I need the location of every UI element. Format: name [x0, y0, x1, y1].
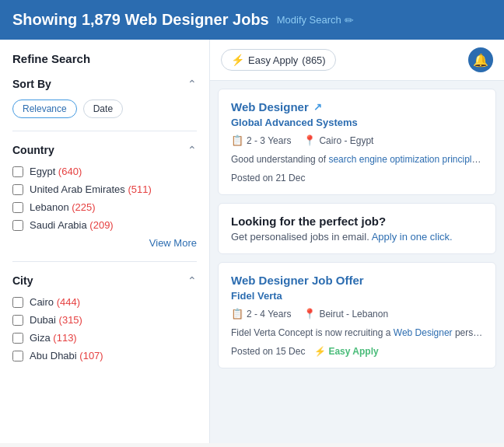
sort-by-chevron-icon: ⌃ [187, 78, 197, 90]
modify-search-label: Modify Search [277, 14, 341, 26]
pencil-icon: ✏ [345, 14, 354, 26]
country-label: Country [12, 144, 54, 156]
city-giza-label: Giza (113) [30, 332, 77, 344]
promo-description: Get personalised jobs in email. Apply in… [231, 231, 483, 243]
job-description-1: Good understanding of search engine opti… [231, 152, 483, 166]
location-icon-1: 📍 [303, 134, 316, 146]
country-view-more-link[interactable]: View More [12, 237, 197, 249]
country-header: Country ⌃ [12, 144, 197, 156]
sidebar: Refine Search Sort By ⌃ Relevance Date C… [0, 40, 210, 443]
promo-title: Looking for the perfect job? [231, 215, 483, 228]
job-footer-2: Posted on 15 Dec ⚡ Easy Apply [231, 346, 483, 357]
sort-date-button[interactable]: Date [83, 100, 123, 118]
city-giza-item[interactable]: Giza (113) [12, 332, 197, 344]
bell-icon: 🔔 [473, 53, 488, 68]
job-meta-1: 📋 2 - 3 Years 📍 Cairo - Egypt [231, 134, 483, 146]
city-header: City ⌃ [12, 274, 197, 287]
sort-relevance-button[interactable]: Relevance [12, 100, 77, 118]
easy-apply-tag-2[interactable]: ⚡ Easy Apply [314, 346, 378, 357]
country-chevron-icon: ⌃ [187, 144, 197, 156]
location-text-2: Beirut - Lebanon [319, 309, 388, 320]
sort-by-section: Sort By ⌃ Relevance Date [12, 78, 197, 131]
city-cairo-label: Cairo (444) [30, 296, 80, 308]
notification-bell-button[interactable]: 🔔 [468, 47, 493, 72]
job-card-1: Web Designer ↗ Global Advanced Systems 📋… [218, 89, 496, 195]
sort-by-label: Sort By [12, 78, 51, 90]
job-experience-1: 📋 2 - 3 Years [231, 134, 291, 146]
city-dubai-checkbox[interactable] [12, 315, 23, 326]
city-label: City [12, 274, 33, 287]
job-location-2: 📍 Beirut - Lebanon [303, 308, 388, 320]
country-egypt-checkbox[interactable] [12, 166, 23, 177]
experience-text-1: 2 - 3 Years [247, 135, 291, 146]
country-lebanon-checkbox[interactable] [12, 202, 23, 213]
country-lebanon-item[interactable]: Lebanon (225) [12, 201, 197, 213]
city-abudhabi-label: Abu Dhabi (107) [30, 350, 103, 361]
easy-apply-filter-badge[interactable]: ⚡ Easy Apply (865) [221, 49, 336, 71]
city-cairo-item[interactable]: Cairo (444) [12, 296, 197, 308]
job-title-1: Web Designer ↗ [231, 100, 483, 113]
job-location-1: 📍 Cairo - Egypt [303, 134, 373, 146]
sort-by-header: Sort By ⌃ [12, 78, 197, 90]
job-title-text-2[interactable]: Web Designer Job Offer [231, 274, 364, 287]
country-egypt-label: Egypt (640) [30, 166, 82, 177]
sidebar-title: Refine Search [12, 52, 197, 65]
job-title-2: Web Designer Job Offer [231, 274, 483, 287]
city-abudhabi-item[interactable]: Abu Dhabi (107) [12, 350, 197, 361]
external-link-icon-1[interactable]: ↗ [313, 101, 322, 113]
city-dubai-label: Dubai (315) [30, 314, 82, 326]
country-section: Country ⌃ Egypt (640) United Arab Emirat… [12, 144, 197, 262]
country-uae-checkbox[interactable] [12, 184, 23, 195]
main-container: Refine Search Sort By ⌃ Relevance Date C… [0, 40, 504, 443]
country-uae-item[interactable]: United Arab Emirates (511) [12, 183, 197, 195]
city-chevron-icon: ⌃ [187, 274, 197, 287]
city-cairo-checkbox[interactable] [12, 297, 23, 308]
country-egypt-item[interactable]: Egypt (640) [12, 166, 197, 177]
company-name-1: Global Advanced Systems [231, 117, 483, 128]
job-meta-2: 📋 2 - 4 Years 📍 Beirut - Lebanon [231, 308, 483, 320]
city-abudhabi-checkbox[interactable] [12, 351, 23, 361]
job-card-2: Web Designer Job Offer Fidel Verta 📋 2 -… [218, 262, 496, 368]
job-description-2: Fidel Verta Concept is now recruiting a … [231, 326, 483, 340]
city-dubai-item[interactable]: Dubai (315) [12, 314, 197, 326]
lightning-icon: ⚡ [231, 54, 244, 66]
experience-text-2: 2 - 4 Years [247, 309, 291, 320]
highlight-2: Web Designer [394, 327, 453, 338]
location-text-1: Cairo - Egypt [319, 135, 373, 146]
easy-apply-lightning-icon: ⚡ [314, 346, 326, 357]
country-uae-label: United Arab Emirates (511) [30, 183, 152, 195]
city-giza-checkbox[interactable] [12, 333, 23, 344]
promo-apply-link[interactable]: Apply in one click. [372, 231, 453, 243]
company-name-2: Fidel Verta [231, 290, 483, 302]
country-saudi-item[interactable]: Saudi Arabia (209) [12, 219, 197, 231]
job-results-content: ⚡ Easy Apply (865) 🔔 Web Designer ↗ Glob… [210, 40, 504, 443]
country-saudi-checkbox[interactable] [12, 220, 23, 231]
highlight-1: search engine optimization principles [328, 154, 481, 165]
sort-buttons: Relevance Date [12, 100, 197, 118]
easy-apply-filter-label: Easy Apply [248, 54, 298, 66]
briefcase-icon-1: 📋 [231, 134, 243, 146]
page-title: Showing 1,879 Web Designer Jobs [12, 11, 269, 29]
country-saudi-label: Saudi Arabia (209) [30, 219, 114, 231]
briefcase-icon-2: 📋 [231, 308, 243, 320]
posted-date-1: Posted on 21 Dec [231, 173, 483, 183]
promo-card: Looking for the perfect job? Get persona… [218, 203, 496, 254]
job-title-text-1[interactable]: Web Designer [231, 100, 309, 113]
easy-apply-tag-label: Easy Apply [328, 346, 378, 357]
filter-bar: ⚡ Easy Apply (865) 🔔 [210, 40, 504, 81]
posted-date-2: Posted on 15 Dec [231, 346, 305, 357]
modify-search-link[interactable]: Modify Search ✏ [277, 14, 354, 26]
country-lebanon-label: Lebanon (225) [30, 201, 96, 213]
easy-apply-filter-count: (865) [302, 54, 325, 66]
location-icon-2: 📍 [303, 308, 316, 320]
city-section: City ⌃ Cairo (444) Dubai (315) Giza (113… [12, 274, 197, 380]
header: Showing 1,879 Web Designer Jobs Modify S… [0, 0, 504, 40]
job-experience-2: 📋 2 - 4 Years [231, 308, 291, 320]
